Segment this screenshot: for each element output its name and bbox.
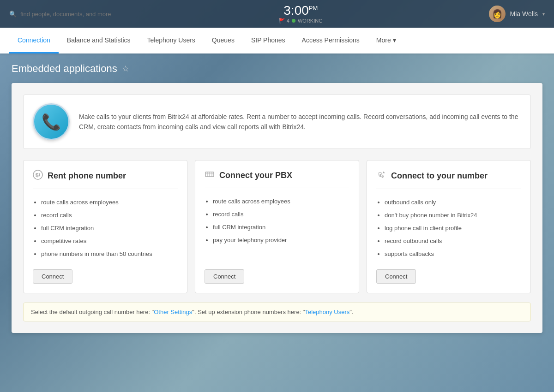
- rent-phone-card: $ Rent phone number route calls across e…: [23, 160, 187, 293]
- connect-pbx-connect-button[interactable]: Connect: [205, 269, 244, 284]
- topbar-right: 👩 Mia Wells ▾: [489, 6, 545, 22]
- nav-item-telephony-users[interactable]: Telephony Users: [139, 28, 204, 53]
- feature-item: record calls: [213, 208, 349, 220]
- user-dropdown-arrow[interactable]: ▾: [542, 12, 545, 17]
- feature-item: supports callbacks: [385, 248, 521, 260]
- bitrix-phone-logo: 📞: [33, 103, 70, 140]
- nav-item-more[interactable]: More ▾: [368, 28, 404, 53]
- bottom-notice-text-after: ".: [349, 309, 353, 315]
- feature-item: record calls: [41, 209, 178, 221]
- nav-item-sip-phones[interactable]: SIP Phones: [243, 28, 294, 53]
- nav-item-connection[interactable]: Connection: [9, 28, 59, 53]
- rent-phone-connect-button[interactable]: Connect: [33, 269, 72, 284]
- intro-row: 📞 Make calls to your clients from Bitrix…: [23, 95, 531, 149]
- connect-number-icon: [376, 170, 386, 182]
- other-settings-link[interactable]: Other Settings: [154, 309, 192, 315]
- topbar: 🔍 3:00PM 🚩 4 WORKING 👩 Mia Wells ▾: [0, 0, 554, 28]
- rent-phone-title: Rent phone number: [48, 171, 126, 181]
- clock: 3:00PM: [283, 4, 318, 17]
- feature-item: record outbound calls: [385, 235, 521, 247]
- nav-item-balance[interactable]: Balance and Statistics: [59, 28, 139, 53]
- page-title: Embedded applications: [12, 63, 117, 75]
- bottom-notice-text-middle: ". Set up extension phone numbers here: …: [192, 309, 305, 315]
- feature-cards-row: $ Rent phone number route calls across e…: [23, 160, 531, 293]
- connect-number-connect-button[interactable]: Connect: [376, 269, 416, 284]
- connect-number-title: Connect to your number: [391, 171, 488, 181]
- rent-phone-icon: $: [33, 170, 43, 182]
- search-input[interactable]: [20, 11, 113, 18]
- rent-phone-card-title: $ Rent phone number: [33, 170, 178, 189]
- search-icon: 🔍: [9, 11, 17, 18]
- avatar: 👩: [489, 6, 506, 22]
- connect-number-card-title: Connect to your number: [376, 170, 521, 189]
- feature-item: outbound calls only: [385, 196, 521, 208]
- status-area: 🚩 4 WORKING: [279, 18, 323, 24]
- feature-item: full CRM integration: [213, 221, 349, 233]
- nav-item-access-permissions[interactable]: Access Permissions: [294, 28, 368, 53]
- feature-item: competitive rates: [41, 235, 178, 247]
- search-area[interactable]: 🔍: [9, 11, 113, 18]
- feature-item: phone numbers in more than 50 countries: [41, 248, 178, 260]
- connect-pbx-card: Connect your PBX route calls across empl…: [195, 160, 359, 293]
- favorite-star[interactable]: ☆: [122, 64, 129, 74]
- bottom-notice-text-before: Select the default outgoing call number …: [31, 309, 154, 315]
- page-title-area: Embedded applications ☆: [12, 63, 542, 75]
- telephony-users-link[interactable]: Telephony Users: [305, 309, 349, 315]
- feature-item: full CRM integration: [41, 222, 178, 234]
- main-card: 📞 Make calls to your clients from Bitrix…: [12, 83, 542, 333]
- flag-icon: 🚩 4: [279, 18, 289, 24]
- feature-item: don't buy phone number in Bitrix24: [385, 209, 521, 221]
- pbx-features: route calls across employees record call…: [205, 196, 349, 261]
- page-content: Embedded applications ☆ 📞 Make calls to …: [0, 53, 554, 342]
- connect-pbx-card-title: Connect your PBX: [205, 170, 349, 188]
- bottom-notice: Select the default outgoing call number …: [23, 303, 531, 321]
- connect-number-card: Connect to your number outbound calls on…: [367, 160, 531, 293]
- nav-item-queues[interactable]: Queues: [204, 28, 243, 53]
- phone-logo-icon: 📞: [42, 113, 61, 131]
- intro-text: Make calls to your clients from Bitrix24…: [79, 112, 521, 132]
- rent-phone-features: route calls across employees record call…: [33, 196, 178, 261]
- pbx-icon: [205, 170, 215, 181]
- feature-item: route calls across employees: [213, 196, 349, 208]
- feature-item: log phone call in client profile: [385, 222, 521, 234]
- status-label: WORKING: [298, 18, 323, 24]
- connect-number-features: outbound calls only don't buy phone numb…: [376, 196, 521, 261]
- user-name: Mia Wells: [510, 10, 538, 18]
- feature-item: route calls across employees: [41, 196, 178, 208]
- feature-item: pay your telephony provider: [213, 234, 349, 246]
- status-dot: [292, 19, 295, 23]
- topbar-center: 3:00PM 🚩 4 WORKING: [113, 4, 489, 24]
- navbar: Connection Balance and Statistics Teleph…: [0, 28, 554, 53]
- connect-pbx-title: Connect your PBX: [219, 171, 292, 180]
